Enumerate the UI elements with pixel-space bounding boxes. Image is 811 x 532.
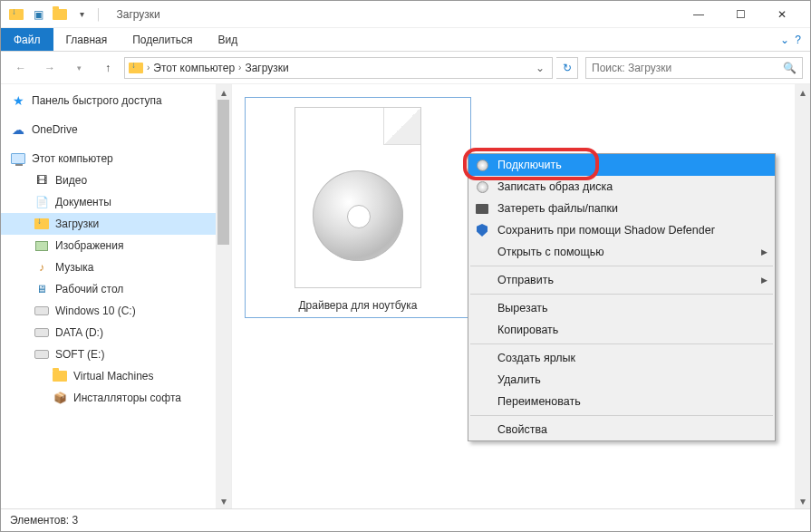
maximize-button[interactable]: ☐ <box>719 1 761 28</box>
folder-icon: 📄 <box>34 194 50 210</box>
sidebar-item-label: Документы <box>55 196 111 208</box>
sidebar-downloads[interactable]: Загрузки <box>1 213 231 235</box>
menu-mount[interactable]: Подключить <box>468 154 775 176</box>
breadcrumb-current[interactable]: Загрузки <box>245 62 288 74</box>
menu-properties[interactable]: Свойства <box>468 419 775 440</box>
refresh-button[interactable]: ↻ <box>556 57 578 79</box>
search-icon[interactable]: 🔍 <box>783 62 797 74</box>
qat-newfolder-icon[interactable] <box>52 6 68 23</box>
tab-share[interactable]: Поделиться <box>120 28 205 51</box>
sidebar-pictures[interactable]: Изображения <box>1 235 231 256</box>
sidebar-item-label: Панель быстрого доступа <box>32 94 162 107</box>
sidebar-quick-access[interactable]: ★Панель быстрого доступа <box>1 90 231 111</box>
menu-copy[interactable]: Копировать <box>468 319 775 341</box>
sidebar-onedrive[interactable]: ☁OneDrive <box>1 119 231 140</box>
menu-open-with[interactable]: Открыть с помощью <box>468 241 775 263</box>
sidebar-desktop[interactable]: 🖥Рабочий стол <box>1 278 231 300</box>
menu-shadow-defender[interactable]: Сохранить при помощи Shadow Defender <box>468 219 775 241</box>
qat-dropdown-icon[interactable]: ▾ <box>73 6 90 23</box>
sidebar-documents[interactable]: 📄Документы <box>1 191 231 213</box>
menu-separator <box>470 415 773 416</box>
menu-separator <box>470 266 773 266</box>
sidebar-drive-c[interactable]: Windows 10 (C:) <box>1 300 231 322</box>
file-item-iso[interactable]: Драйвера для ноутбука <box>245 97 471 318</box>
sidebar-installers-folder[interactable]: 📦Инсталляторы софта <box>1 387 231 409</box>
content-pane[interactable]: Драйвера для ноутбука Подключить Записат… <box>232 84 810 508</box>
menu-burn[interactable]: Записать образ диска <box>468 176 775 198</box>
tab-view[interactable]: Вид <box>205 28 250 51</box>
sidebar-drive-d[interactable]: DATA (D:) <box>1 322 231 343</box>
menu-label: Удалить <box>497 373 541 386</box>
scroll-up-icon[interactable]: ▴ <box>216 84 231 100</box>
address-icon <box>129 63 143 73</box>
menu-create-shortcut[interactable]: Создать ярлык <box>468 347 775 369</box>
scroll-down-icon[interactable]: ▾ <box>795 493 810 508</box>
drive-icon <box>34 303 50 319</box>
music-icon: ♪ <box>34 259 50 276</box>
menu-label: Сохранить при помощи Shadow Defender <box>497 224 715 237</box>
menu-label: Свойства <box>497 423 547 436</box>
sidebar-music[interactable]: ♪Музыка <box>1 256 231 278</box>
menu-send-to[interactable]: Отправить <box>468 269 775 291</box>
disc-icon <box>313 170 403 261</box>
downloads-icon <box>34 216 50 232</box>
sidebar-item-label: Virtual Machines <box>73 370 154 382</box>
menu-rename[interactable]: Переименовать <box>468 391 775 412</box>
folder-icon <box>52 368 68 384</box>
title-bar: ▣ ▾ │ Загрузки ― ☐ ✕ <box>1 1 810 28</box>
chevron-right-icon[interactable]: › <box>147 63 150 73</box>
sidebar-vm-folder[interactable]: Virtual Machines <box>1 365 231 387</box>
sidebar-this-pc[interactable]: Этот компьютер <box>1 148 231 169</box>
navigation-bar: ← → ▾ ↑ › Этот компьютер › Загрузки ⌄ ↻ … <box>1 52 810 84</box>
tab-home[interactable]: Главная <box>53 28 121 51</box>
scroll-down-icon[interactable]: ▾ <box>216 493 231 508</box>
menu-delete[interactable]: Удалить <box>468 369 775 391</box>
pictures-icon <box>34 237 50 254</box>
sidebar-item-label: Музыка <box>55 261 93 274</box>
menu-label: Копировать <box>497 324 558 336</box>
sidebar-item-label: Изображения <box>55 239 123 252</box>
sidebar-item-label: Инсталляторы софта <box>73 392 181 404</box>
menu-cut[interactable]: Вырезать <box>468 297 775 319</box>
navigation-pane: ★Панель быстрого доступа ☁OneDrive Этот … <box>1 84 232 508</box>
menu-label: Вырезать <box>497 302 548 314</box>
content-scrollbar[interactable]: ▴ ▾ <box>795 84 810 508</box>
disc-icon <box>474 157 490 173</box>
sidebar-videos[interactable]: 🎞Видео <box>1 169 231 191</box>
nav-recent-dropdown[interactable]: ▾ <box>66 55 92 81</box>
menu-separator <box>470 343 773 344</box>
nav-up-button[interactable]: ↑ <box>95 55 121 81</box>
menu-separator <box>470 294 773 295</box>
star-icon: ★ <box>10 92 26 109</box>
sidebar-item-label: SOFT (E:) <box>55 348 104 361</box>
tab-file[interactable]: Файл <box>1 28 53 51</box>
menu-label: Подключить <box>497 159 562 171</box>
address-bar[interactable]: › Этот компьютер › Загрузки ⌄ <box>124 57 553 79</box>
cloud-icon: ☁ <box>10 121 26 138</box>
nav-back-button[interactable]: ← <box>8 55 34 81</box>
sidebar-scrollbar[interactable]: ▴ ▾ <box>216 84 231 508</box>
menu-label: Отправить <box>497 274 554 286</box>
chevron-right-icon[interactable]: › <box>238 63 241 73</box>
context-menu: Подключить Записать образ диска Затереть… <box>468 153 776 441</box>
ribbon-expand-icon[interactable]: ⌄ ? <box>780 28 810 51</box>
menu-label: Записать образ диска <box>497 180 613 193</box>
menu-wipe[interactable]: Затереть файлы/папки <box>468 198 775 219</box>
drive-icon <box>34 346 50 363</box>
scroll-thumb[interactable] <box>217 100 229 245</box>
drive-icon <box>34 324 50 341</box>
app-icon <box>8 6 24 23</box>
address-dropdown-icon[interactable]: ⌄ <box>532 62 548 74</box>
close-button[interactable]: ✕ <box>761 1 803 28</box>
nav-forward-button[interactable]: → <box>37 55 63 81</box>
sidebar-item-label: Windows 10 (C:) <box>55 305 136 317</box>
qat-properties-icon[interactable]: ▣ <box>30 6 46 23</box>
search-input[interactable] <box>592 62 783 74</box>
minimize-button[interactable]: ― <box>678 1 719 28</box>
scroll-up-icon[interactable]: ▴ <box>795 84 810 100</box>
search-box[interactable]: 🔍 <box>585 57 803 79</box>
shield-icon <box>474 222 490 238</box>
sidebar-drive-e[interactable]: SOFT (E:) <box>1 343 231 365</box>
status-text: Элементов: 3 <box>10 514 78 527</box>
breadcrumb-root[interactable]: Этот компьютер <box>153 62 235 74</box>
